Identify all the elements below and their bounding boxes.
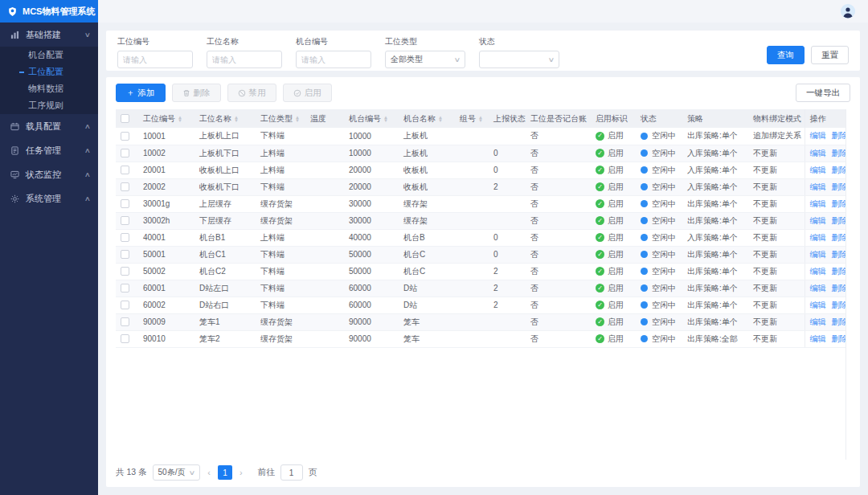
- edit-link[interactable]: 编辑: [810, 182, 826, 191]
- sort-icon[interactable]: ▲▼: [234, 116, 239, 122]
- row-checkbox[interactable]: [121, 317, 129, 326]
- row-checkbox[interactable]: [121, 267, 129, 276]
- sort-icon[interactable]: ▲▼: [295, 116, 300, 122]
- enabled-check-icon: ✓: [596, 149, 604, 158]
- row-checkbox[interactable]: [121, 149, 129, 158]
- enable-button[interactable]: 启用: [283, 84, 332, 102]
- edit-link[interactable]: 编辑: [810, 131, 826, 140]
- delete-link[interactable]: 删除: [832, 182, 847, 191]
- edit-link[interactable]: 编辑: [810, 250, 826, 259]
- select-all-checkbox[interactable]: [121, 114, 129, 123]
- goto-page-input[interactable]: [280, 464, 303, 481]
- reset-button[interactable]: 重置: [811, 46, 849, 64]
- cell-report: [489, 195, 526, 212]
- edit-link[interactable]: 编辑: [810, 267, 826, 276]
- delete-link[interactable]: 删除: [832, 149, 847, 158]
- sidebar-section-3[interactable]: 状态监控∧: [0, 162, 98, 186]
- column-label: 策略: [687, 114, 703, 123]
- user-avatar[interactable]: [841, 4, 855, 18]
- sidebar-section-2[interactable]: 任务管理∧: [0, 138, 98, 162]
- edit-link[interactable]: 编辑: [810, 301, 826, 309]
- table-row: 50001机台C1下料端50000机台C0否✓启用空闲中出库策略:单个不更新编辑…: [116, 246, 846, 263]
- edit-link[interactable]: 编辑: [810, 166, 826, 174]
- delete-link[interactable]: 删除: [832, 131, 847, 140]
- filter-input-1[interactable]: [207, 51, 282, 68]
- row-checkbox[interactable]: [121, 132, 129, 141]
- page-size-select[interactable]: 50条/页 ∨: [153, 464, 201, 481]
- sort-icon[interactable]: ▲▼: [438, 116, 443, 122]
- cell-actions: 编辑删除: [805, 162, 846, 178]
- row-checkbox[interactable]: [121, 199, 129, 208]
- edit-link[interactable]: 编辑: [810, 199, 826, 208]
- edit-link[interactable]: 编辑: [810, 317, 826, 326]
- edit-link[interactable]: 编辑: [810, 233, 826, 242]
- cell-group: [455, 263, 489, 280]
- sidebar-section-1[interactable]: 载具配置∧: [0, 114, 98, 138]
- column-header-machine_name[interactable]: 机台名称▲▼: [399, 109, 455, 128]
- column-header-name[interactable]: 工位名称▲▼: [194, 109, 256, 128]
- add-button[interactable]: ＋ 添加: [116, 84, 166, 102]
- cell-report: 0: [489, 229, 526, 246]
- edit-link[interactable]: 编辑: [810, 284, 826, 292]
- cell-machine_name: 上板机: [399, 128, 455, 145]
- delete-link[interactable]: 删除: [832, 166, 847, 174]
- row-checkbox[interactable]: [121, 166, 129, 174]
- cell-report: 2: [489, 297, 526, 313]
- sort-icon[interactable]: ▲▼: [383, 116, 388, 122]
- filter-select-4[interactable]: ∨: [479, 51, 559, 68]
- row-checkbox[interactable]: [121, 334, 129, 343]
- search-button[interactable]: 查询: [767, 46, 805, 64]
- export-button[interactable]: 一键导出: [796, 84, 850, 102]
- app-logo: MCS物料管理系统: [0, 0, 98, 22]
- disable-button[interactable]: 禁用: [227, 84, 276, 102]
- row-checkbox[interactable]: [121, 233, 129, 242]
- delete-link[interactable]: 删除: [832, 216, 847, 225]
- sort-icon[interactable]: ▲▼: [478, 116, 483, 122]
- row-checkbox[interactable]: [121, 216, 129, 225]
- status-dot-icon: [641, 318, 648, 325]
- sidebar-section-0[interactable]: 基础搭建∨: [0, 22, 98, 47]
- sidebar-section-label: 基础搭建: [26, 29, 80, 41]
- sidebar-item-0-3[interactable]: 工序规则: [0, 97, 98, 114]
- cell-record: 否: [526, 280, 591, 297]
- delete-link[interactable]: 删除: [832, 250, 847, 259]
- enable-flag-text: 启用: [608, 182, 624, 193]
- page-number-1[interactable]: 1: [218, 465, 232, 480]
- enabled-check-icon: ✓: [596, 267, 604, 276]
- column-header-actions: 操作: [805, 109, 846, 128]
- next-page-button[interactable]: ›: [238, 468, 244, 477]
- filter-input-2[interactable]: [296, 51, 371, 68]
- filter-select-3[interactable]: 全部类型∨: [385, 51, 465, 68]
- prev-page-button[interactable]: ‹: [206, 468, 212, 477]
- cell-code: 10002: [138, 145, 194, 162]
- delete-button[interactable]: 删除: [172, 84, 221, 102]
- delete-link[interactable]: 删除: [832, 334, 847, 343]
- column-header-group[interactable]: 组号▲▼: [455, 109, 489, 128]
- column-header-type[interactable]: 工位类型▲▼: [256, 109, 305, 128]
- column-header-code[interactable]: 工位编号▲▼: [138, 109, 194, 128]
- sidebar-section-4[interactable]: 系统管理∧: [0, 186, 98, 211]
- delete-link[interactable]: 删除: [832, 284, 847, 292]
- sidebar-item-0-1[interactable]: 工位配置: [0, 63, 98, 80]
- sidebar-item-0-0[interactable]: 机台配置: [0, 47, 98, 63]
- delete-link[interactable]: 删除: [832, 199, 847, 208]
- filter-input-0[interactable]: [117, 51, 193, 68]
- delete-link[interactable]: 删除: [832, 233, 847, 242]
- delete-link[interactable]: 删除: [832, 267, 847, 276]
- row-checkbox[interactable]: [121, 250, 129, 259]
- row-checkbox[interactable]: [121, 284, 129, 292]
- row-checkbox[interactable]: [121, 182, 129, 191]
- cell-status: 空闲中: [636, 313, 682, 330]
- sidebar-item-0-2[interactable]: 物料数据: [0, 80, 98, 97]
- cell-group: [455, 297, 489, 313]
- sort-icon[interactable]: ▲▼: [178, 116, 182, 122]
- edit-link[interactable]: 编辑: [810, 216, 826, 225]
- delete-link[interactable]: 删除: [832, 317, 847, 326]
- filter-panel: 工位编号工位名称机台编号工位类型全部类型∨状态∨ 查询 重置: [106, 31, 860, 71]
- row-checkbox[interactable]: [121, 301, 129, 309]
- delete-link[interactable]: 删除: [832, 301, 847, 309]
- edit-link[interactable]: 编辑: [810, 334, 826, 343]
- column-header-machine_code[interactable]: 机台编号▲▼: [344, 109, 399, 128]
- edit-link[interactable]: 编辑: [810, 149, 826, 158]
- enable-flag-text: 启用: [608, 266, 624, 277]
